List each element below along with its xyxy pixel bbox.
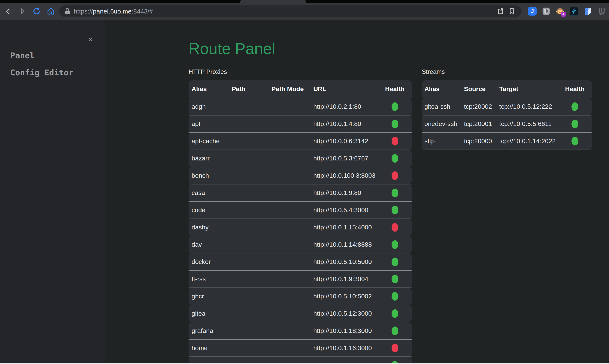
extension-w-icon[interactable] <box>597 7 606 15</box>
column-header-url: URL <box>313 85 381 92</box>
table-row: gitea-ssh tcp:20002 tcp://10.0.5.12:222 <box>422 98 592 115</box>
url-text: https://panel.6uo.me:8443/# <box>74 8 153 15</box>
cell-url: http://10.0.5.10:5000 <box>313 258 381 265</box>
sidebar-menu: PanelConfig Editor <box>0 20 105 81</box>
table-row: bazarr http://10.0.5.3:6767 <box>189 150 412 167</box>
extension-shield-icon[interactable] <box>542 7 551 15</box>
cell-health <box>381 292 409 301</box>
refresh-button[interactable] <box>32 7 41 15</box>
streams-rows: gitea-ssh tcp:20002 tcp://10.0.5.12:222 … <box>422 98 592 150</box>
cell-source: tcp:20001 <box>464 120 499 128</box>
tables-row: HTTP Proxies AliasPathPath ModeURLHealth… <box>189 68 592 363</box>
cell-health <box>381 309 409 318</box>
extension-monkey-icon[interactable]: 🐵 4 <box>556 7 564 15</box>
lightning-icon <box>571 8 577 14</box>
cell-health <box>561 137 589 145</box>
cell-url: http://10.0.1.21:8086 <box>313 362 381 363</box>
table-row: ft-rss http://10.0.1.9:3004 <box>189 271 412 287</box>
http-proxies-section: HTTP Proxies AliasPathPath ModeURLHealth… <box>189 68 412 363</box>
cell-url: http://10.0.5.10:5002 <box>313 293 381 300</box>
active-tab-notch[interactable] <box>240 0 306 3</box>
http-proxies-heading: HTTP Proxies <box>189 68 412 75</box>
url-host: panel.6uo.me <box>93 8 132 15</box>
table-row: code http://10.0.5.4:3000 <box>189 202 412 219</box>
column-header-path-mode: Path Mode <box>271 85 313 92</box>
table-row: ghcr http://10.0.5.10:5002 <box>189 288 412 305</box>
cell-alias: gitea <box>189 310 232 317</box>
cell-source: tcp:20000 <box>464 137 499 145</box>
cell-alias: sftp <box>422 137 464 145</box>
cell-health <box>381 326 409 335</box>
cell-url: http://10.0.0.6:3142 <box>313 137 381 145</box>
lock-icon <box>64 8 70 15</box>
cell-url: http://10.0.1.15:4000 <box>313 224 381 231</box>
w-icon <box>597 7 606 15</box>
cell-health <box>381 102 409 111</box>
forward-button[interactable] <box>18 7 27 15</box>
health-dot <box>571 137 578 145</box>
health-dot <box>392 240 398 249</box>
home-button[interactable] <box>47 7 55 15</box>
cell-alias: dashy <box>189 224 232 231</box>
refresh-icon <box>32 7 41 15</box>
cell-alias: casa <box>189 189 232 196</box>
cell-alias: docker <box>189 258 232 265</box>
table-row: gitea http://10.0.5.12:3000 <box>189 305 412 322</box>
health-dot <box>392 137 398 145</box>
back-button[interactable] <box>4 7 12 15</box>
share-icon <box>496 7 504 15</box>
extension-flag-icon[interactable] <box>583 7 592 15</box>
cell-health <box>381 223 409 232</box>
health-dot <box>571 102 578 111</box>
extension-lightning-icon[interactable] <box>569 7 578 15</box>
cell-health <box>381 275 409 283</box>
streams-heading: Streams <box>422 68 592 75</box>
extensions-bar: J 🐵 4 <box>522 7 609 15</box>
bottom-edge-strip <box>0 363 609 364</box>
table-row: dav http://10.0.1.14:8888 <box>189 236 412 253</box>
health-dot <box>392 309 398 318</box>
http-proxies-header-row: AliasPathPath ModeURLHealth <box>189 80 412 98</box>
cell-health <box>381 206 409 214</box>
address-bar[interactable]: https://panel.6uo.me:8443/# <box>59 5 522 17</box>
cell-health <box>381 137 409 145</box>
sidebar-close-button[interactable]: × <box>88 36 93 43</box>
http-proxies-table: AliasPathPath ModeURLHealth adgh http://… <box>189 80 412 363</box>
sidebar-item-config-editor[interactable]: Config Editor <box>10 64 105 81</box>
table-row: apt http://10.0.1.4:80 <box>189 116 412 132</box>
table-row: adgh http://10.0.2.1:80 <box>189 98 412 115</box>
cell-alias: ft-rss <box>189 275 232 283</box>
cell-health <box>561 102 589 111</box>
cell-alias: influx <box>189 362 232 363</box>
cell-health <box>381 258 409 266</box>
extension-j-icon[interactable]: J <box>528 7 537 15</box>
table-row: influx http://10.0.1.21:8086 <box>189 357 412 363</box>
bookmark-button[interactable] <box>508 7 516 15</box>
column-header-target: Target <box>499 85 561 92</box>
column-header-path: Path <box>232 85 271 92</box>
health-dot <box>571 120 578 128</box>
cell-alias: bazarr <box>189 155 232 162</box>
monkey-badge: 4 <box>561 12 566 17</box>
forward-icon <box>18 7 27 15</box>
cell-url: http://10.0.1.9:3004 <box>313 275 381 283</box>
health-dot <box>392 102 398 111</box>
cell-url: http://10.0.5.12:3000 <box>313 310 381 317</box>
cell-health <box>381 120 409 128</box>
cell-alias: ghcr <box>189 293 232 300</box>
column-header-alias: Alias <box>189 85 232 92</box>
cell-url: http://10.0.1.16:3000 <box>313 344 381 352</box>
health-dot <box>392 344 398 352</box>
streams-table: AliasSourceTargetHealth gitea-ssh tcp:20… <box>422 80 592 150</box>
cell-url: http://10.0.100.3:8003 <box>313 172 381 179</box>
main-content: Route Panel HTTP Proxies AliasPathPath M… <box>105 20 609 363</box>
share-button[interactable] <box>496 7 504 15</box>
cell-health <box>381 361 409 363</box>
sidebar-item-panel[interactable]: Panel <box>10 47 105 64</box>
cell-alias: dav <box>189 241 232 248</box>
cell-health <box>381 154 409 163</box>
cell-url: http://10.0.1.18:3000 <box>313 327 381 334</box>
health-dot <box>392 120 398 128</box>
bookmark-icon <box>508 8 515 15</box>
cell-source: tcp:20002 <box>464 103 499 110</box>
